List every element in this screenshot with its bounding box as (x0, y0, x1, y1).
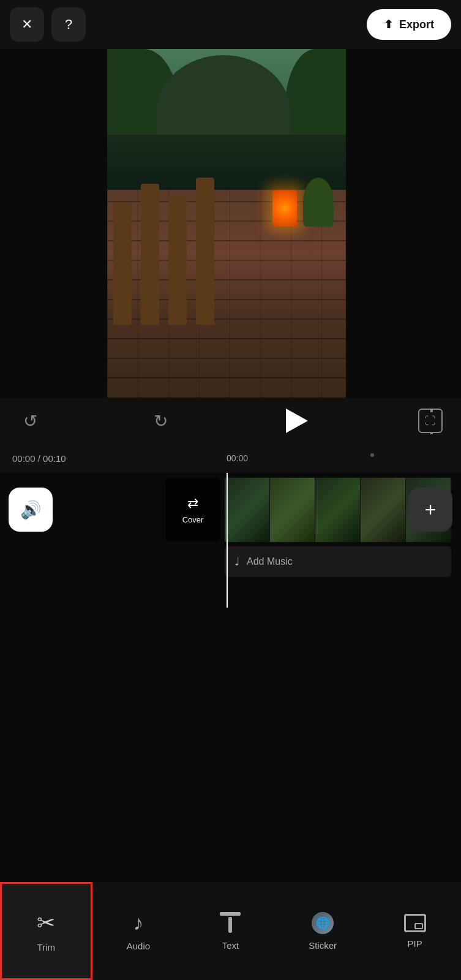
scene-lantern (272, 190, 297, 227)
timeline-bar: 00:00 / 00:10 00:00 00:02 (0, 443, 461, 473)
text-icon (219, 912, 241, 934)
music-icon: ♩ (234, 555, 239, 568)
pip-label: PIP (408, 938, 422, 949)
undo-icon: ↺ (23, 412, 37, 431)
toolbar-trim[interactable]: ✂ Trim (0, 882, 92, 980)
volume-button[interactable]: 🔊 (9, 488, 53, 532)
volume-icon: 🔊 (20, 500, 42, 520)
bottom-toolbar: ✂ Trim ♪ Audio Text 🌐 Sticker PIP (0, 882, 461, 980)
trim-label: Trim (37, 942, 55, 952)
video-canvas (107, 49, 346, 398)
sticker-label: Sticker (309, 940, 337, 951)
help-icon: ? (65, 17, 72, 32)
close-icon: ✕ (21, 17, 32, 32)
cover-arrows-icon: ⇄ (187, 496, 198, 511)
toolbar-sticker[interactable]: 🌐 Sticker (277, 882, 369, 980)
time-dot-1 (370, 453, 374, 457)
export-button[interactable]: ⬆ Export (367, 9, 451, 40)
undo-button[interactable]: ↺ (18, 406, 42, 436)
time-markers: 00:00 00:02 (227, 453, 461, 463)
play-button[interactable] (279, 404, 312, 437)
toolbar-text[interactable]: Text (184, 882, 277, 980)
t-top-bar (220, 912, 241, 916)
time-marker-1: 00:00 (227, 453, 248, 463)
fence-post-3 (168, 196, 187, 325)
cover-label: Cover (182, 515, 204, 524)
redo-icon: ↻ (154, 412, 168, 431)
add-clip-icon: + (425, 499, 437, 521)
top-bar-left: ✕ ? (10, 7, 86, 42)
toolbar-audio[interactable]: ♪ Audio (92, 882, 185, 980)
add-clip-button[interactable]: + (408, 488, 452, 532)
redo-button[interactable]: ↻ (149, 406, 173, 436)
audio-label: Audio (127, 941, 150, 951)
play-icon (286, 409, 308, 433)
timeline-area: 🔊 ⇄ Cover + ♩ Add Music (0, 473, 461, 608)
export-label: Export (399, 18, 434, 31)
text-label: Text (222, 940, 239, 951)
top-bar: ✕ ? ⬆ Export (0, 0, 461, 49)
strip-frame-2 (270, 478, 315, 542)
add-music-label: Add Music (247, 556, 293, 567)
fullscreen-button[interactable]: ⛶ (418, 409, 443, 433)
add-music-bar[interactable]: ♩ Add Music (225, 546, 451, 577)
fence-post-4 (196, 178, 214, 325)
scene-plant (303, 178, 334, 227)
toolbar-pip[interactable]: PIP (369, 882, 461, 980)
scissors-icon: ✂ (37, 910, 55, 936)
controls-bar: ↺ ↻ ⛶ (0, 398, 461, 443)
sticker-emoji: 🌐 (316, 916, 329, 930)
pip-icon (404, 914, 426, 932)
strip-frame-3 (315, 478, 361, 542)
fence-post-1 (113, 202, 132, 325)
export-upload-icon: ⬆ (384, 18, 393, 31)
t-stem (228, 917, 232, 933)
audio-note-icon: ♪ (133, 911, 143, 935)
pip-inner (414, 923, 423, 929)
video-preview (107, 49, 346, 398)
fence-post-2 (141, 184, 159, 325)
help-button[interactable]: ? (51, 7, 86, 42)
cover-button[interactable]: ⇄ Cover (165, 478, 220, 542)
close-button[interactable]: ✕ (10, 7, 44, 42)
fullscreen-icon: ⛶ (419, 410, 441, 432)
strip-frame-1 (225, 478, 270, 542)
strip-frame-4 (361, 478, 406, 542)
scene-fence (107, 153, 230, 325)
current-time: 00:00 / 00:10 (12, 453, 66, 464)
sticker-icon: 🌐 (312, 912, 334, 934)
timeline-playhead (227, 473, 228, 608)
